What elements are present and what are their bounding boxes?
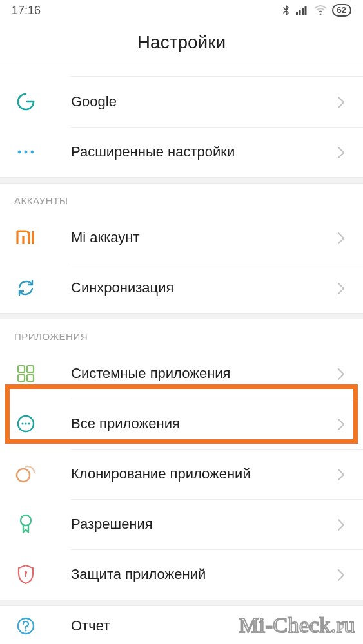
svg-rect-3 [304, 6, 306, 15]
row-label: Все приложения [71, 415, 336, 432]
more-icon [14, 140, 37, 164]
svg-point-16 [17, 469, 30, 482]
svg-rect-10 [18, 375, 25, 381]
row-label: Системные приложения [71, 365, 336, 382]
clone-icon [14, 462, 37, 486]
row-label: Отчет [71, 618, 336, 634]
svg-point-7 [31, 151, 34, 154]
status-time: 17:16 [12, 4, 41, 17]
group-bottom: Отчет [0, 606, 363, 644]
chevron-right-icon [336, 518, 349, 531]
group-accounts: АККАУНТЫ Mi аккаунт Синхронизация [0, 184, 363, 313]
row-label: Синхронизация [71, 279, 336, 296]
group-separator [0, 177, 363, 184]
row-all-apps[interactable]: Все приложения [0, 399, 363, 449]
group-separator [0, 600, 363, 606]
chevron-right-icon [336, 417, 349, 430]
settings-screen: 17:16 62 Настройки Google [0, 0, 363, 644]
all-apps-icon [14, 412, 37, 435]
shield-icon [14, 563, 37, 586]
svg-point-15 [28, 422, 30, 424]
row-label: Mi аккаунт [71, 229, 336, 246]
svg-point-14 [25, 422, 26, 424]
row-mi-account[interactable]: Mi аккаунт [0, 213, 363, 263]
svg-rect-1 [299, 10, 300, 15]
sync-icon [14, 276, 37, 299]
chevron-right-icon [336, 568, 349, 581]
svg-point-21 [25, 630, 27, 632]
signal-icon [296, 5, 309, 15]
svg-rect-19 [25, 574, 26, 577]
row-label: Google [71, 93, 336, 110]
wifi-icon [314, 5, 327, 15]
svg-rect-8 [18, 366, 25, 372]
chevron-right-icon [336, 620, 349, 632]
chevron-right-icon [336, 367, 349, 380]
group-header-apps: ПРИЛОЖЕНИЯ [0, 319, 363, 348]
group-separator [0, 313, 363, 319]
row-google[interactable]: Google [0, 77, 363, 127]
bluetooth-icon [282, 5, 291, 16]
group-top: Google Расширенные настройки [0, 77, 363, 177]
row-advanced-settings[interactable]: Расширенные настройки [0, 127, 363, 177]
permissions-icon [14, 513, 37, 536]
status-icons: 62 [282, 4, 351, 17]
svg-point-18 [25, 571, 27, 574]
partial-row [71, 66, 363, 77]
row-permissions[interactable]: Разрешения [0, 499, 363, 549]
svg-rect-0 [296, 12, 298, 15]
page-title: Настройки [0, 21, 363, 66]
chevron-right-icon [336, 146, 349, 158]
svg-rect-2 [302, 8, 304, 15]
mi-icon [14, 226, 37, 249]
svg-point-13 [21, 422, 23, 424]
row-sync[interactable]: Синхронизация [0, 263, 363, 313]
group-header-accounts: АККАУНТЫ [0, 184, 363, 213]
row-clone-apps[interactable]: Клонирование приложений [0, 449, 363, 499]
row-label: Клонирование приложений [71, 466, 336, 482]
svg-rect-11 [27, 375, 34, 381]
row-system-apps[interactable]: Системные приложения [0, 348, 363, 399]
row-report[interactable]: Отчет [0, 606, 363, 644]
chevron-right-icon [336, 95, 349, 108]
row-label: Защита приложений [71, 566, 336, 583]
status-bar: 17:16 62 [0, 0, 363, 21]
google-icon [14, 90, 37, 113]
help-icon [14, 614, 37, 638]
row-label: Разрешения [71, 516, 336, 533]
row-app-protection[interactable]: Защита приложений [0, 549, 363, 600]
svg-point-4 [319, 14, 321, 15]
battery-icon: 62 [332, 4, 351, 17]
svg-rect-9 [27, 366, 34, 372]
chevron-right-icon [336, 231, 349, 244]
chevron-right-icon [336, 281, 349, 294]
group-apps: ПРИЛОЖЕНИЯ Системные приложения Все прил… [0, 319, 363, 600]
chevron-right-icon [336, 468, 349, 480]
svg-point-5 [18, 151, 21, 154]
svg-point-17 [21, 515, 31, 526]
grid-icon [14, 362, 37, 385]
row-label: Расширенные настройки [71, 144, 336, 160]
svg-point-6 [25, 151, 28, 154]
